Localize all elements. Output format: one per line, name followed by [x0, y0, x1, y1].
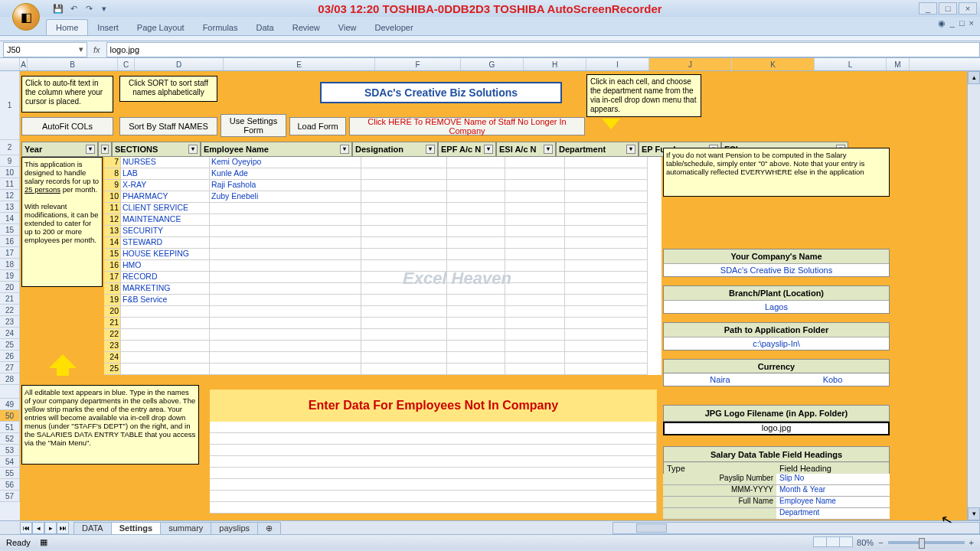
row-header-19[interactable]: 19 [0, 270, 20, 282]
ribbon-tab-developer[interactable]: Developer [365, 20, 422, 35]
table-row[interactable]: 15HOUSE KEEPING [104, 249, 662, 260]
table-row[interactable]: 22 [104, 329, 662, 341]
filter-dropdown-icon[interactable]: ▾ [426, 145, 435, 154]
table-header-Employee Name[interactable]: Employee Name▾ [201, 142, 352, 157]
lower-grid[interactable] [210, 422, 657, 514]
select-all-corner[interactable] [0, 58, 20, 70]
col-header-F[interactable]: F [375, 58, 461, 70]
sheet-tab-data[interactable]: DATA [74, 522, 112, 534]
ribbon-min-icon[interactable]: _ [950, 18, 955, 28]
col-header-J[interactable]: J [649, 58, 732, 70]
salary-field-row[interactable]: Full NameEmployee Name [663, 497, 890, 508]
col-header-D[interactable]: D [135, 58, 224, 70]
row-header-16[interactable]: 16 [0, 236, 20, 247]
row-header-24[interactable]: 24 [0, 328, 20, 339]
row-header-13[interactable]: 13 [0, 201, 20, 213]
col-header-K[interactable]: K [732, 58, 815, 70]
macro-icon[interactable]: ▦ [40, 537, 47, 547]
row-header-49[interactable]: 49 [0, 399, 20, 410]
redo-icon[interactable]: ↷ [83, 2, 95, 15]
zoom-slider[interactable] [888, 541, 965, 544]
row-header-2[interactable]: 2 [0, 140, 20, 155]
table-row[interactable]: 17RECORD [104, 272, 662, 283]
name-box-dropdown-icon[interactable]: ▾ [79, 44, 83, 54]
ribbon-tab-insert[interactable]: Insert [88, 20, 128, 35]
branch-value[interactable]: Lagos [664, 300, 889, 313]
view-buttons[interactable] [813, 536, 852, 549]
scroll-track[interactable] [968, 84, 980, 507]
row-header-9[interactable]: 9 [0, 155, 20, 167]
col-header-I[interactable]: I [586, 58, 649, 70]
table-row[interactable]: 23 [104, 341, 662, 352]
ribbon-tab-home[interactable]: Home [46, 19, 88, 35]
scroll-down-button[interactable]: ▾ [968, 507, 980, 520]
row-header-10[interactable]: 10 [0, 167, 20, 178]
table-row[interactable]: 7NURSESKemi Oyeyipo [104, 157, 662, 168]
col-header-C[interactable]: C [118, 58, 135, 70]
table-header-ESI A/c N[interactable]: ESI A/c N▾ [496, 142, 556, 157]
row-header-17[interactable]: 17 [0, 247, 20, 259]
row-header-26[interactable]: 26 [0, 350, 20, 362]
row-header-21[interactable]: 21 [0, 293, 20, 305]
office-button[interactable]: ◧ [12, 3, 40, 31]
new-sheet-button[interactable]: ⊕ [257, 522, 281, 534]
salary-field-row[interactable]: Payslip NumberSlip No [663, 474, 890, 485]
table-row[interactable]: 25 [104, 364, 662, 375]
ribbon-tab-view[interactable]: View [329, 20, 366, 35]
row-header-18[interactable]: 18 [0, 259, 20, 270]
row-header-53[interactable]: 53 [0, 445, 20, 456]
row-header-57[interactable]: 57 [0, 491, 20, 502]
sections-table[interactable]: 7NURSESKemi Oyeyipo8LABKunle Ade9X-RAYRa… [104, 157, 662, 375]
row-header-27[interactable]: 27 [0, 362, 20, 373]
col-header-A[interactable]: A [20, 58, 28, 70]
table-header-SECTIONS[interactable]: SECTIONS▾ [112, 142, 201, 157]
table-row[interactable]: 18MARKETING [104, 283, 662, 295]
row-header-50[interactable]: 50 [0, 410, 20, 422]
autofit-button[interactable]: AutoFit COLs [21, 117, 113, 135]
sheet-tab-summary[interactable]: summary [160, 522, 211, 534]
fx-icon[interactable]: fx [93, 45, 100, 54]
table-header-EPF A/c N[interactable]: EPF A/c N▾ [438, 142, 496, 157]
col-header-G[interactable]: G [461, 58, 524, 70]
zoom-value[interactable]: 80% [857, 538, 874, 547]
ribbon-tab-page-layout[interactable]: Page Layout [128, 20, 194, 35]
filter-dropdown-icon[interactable]: ▾ [484, 145, 493, 154]
table-row[interactable]: 9X-RAYRaji Fashola [104, 180, 662, 191]
next-sheet-button[interactable]: ▸ [44, 522, 57, 534]
table-row[interactable]: 20 [104, 306, 662, 318]
sheet-tab-payslips[interactable]: payslips [211, 522, 258, 534]
filter-dropdown-icon[interactable]: ▾ [188, 145, 198, 154]
table-header-filter[interactable]: ▾ [98, 142, 112, 157]
table-row[interactable]: 21 [104, 318, 662, 329]
ribbon-close-icon[interactable]: × [969, 18, 974, 28]
row-header-1[interactable]: 1 [0, 71, 20, 140]
filter-dropdown-icon[interactable]: ▾ [544, 145, 553, 154]
save-icon[interactable]: 💾 [52, 2, 64, 15]
col-header-B[interactable]: B [28, 58, 118, 70]
table-row[interactable]: 16HMO [104, 260, 662, 272]
row-header-52[interactable]: 52 [0, 433, 20, 445]
filter-dropdown-icon[interactable]: ▾ [101, 145, 109, 154]
row-header-25[interactable]: 25 [0, 339, 20, 350]
ribbon-tab-formulas[interactable]: Formulas [194, 20, 247, 35]
col-header-H[interactable]: H [524, 58, 586, 70]
col-header-M[interactable]: M [887, 58, 910, 70]
prev-sheet-button[interactable]: ◂ [32, 522, 44, 534]
row-header-20[interactable]: 20 [0, 282, 20, 293]
row-header-55[interactable]: 55 [0, 468, 20, 479]
load-form-button[interactable]: Load Form [289, 117, 346, 135]
table-row[interactable]: 14STEWARD [104, 237, 662, 249]
close-button[interactable]: × [959, 2, 977, 15]
table-row[interactable]: 11CLIENT SERVICE [104, 203, 662, 214]
row-header-28[interactable]: 28 [0, 373, 20, 385]
row-header-51[interactable]: 51 [0, 422, 20, 433]
zoom-out-button[interactable]: − [878, 538, 883, 547]
hscroll-thumb[interactable] [636, 523, 667, 533]
name-box[interactable]: J50 ▾ [3, 42, 87, 57]
filter-dropdown-icon[interactable]: ▾ [340, 145, 349, 154]
sheet-tab-settings[interactable]: Settings [111, 522, 161, 534]
filter-dropdown-icon[interactable]: ▾ [86, 145, 95, 154]
row-header-54[interactable]: 54 [0, 456, 20, 468]
vertical-scrollbar[interactable]: ▴ ▾ [967, 71, 980, 520]
filter-dropdown-icon[interactable]: ▾ [626, 145, 635, 154]
